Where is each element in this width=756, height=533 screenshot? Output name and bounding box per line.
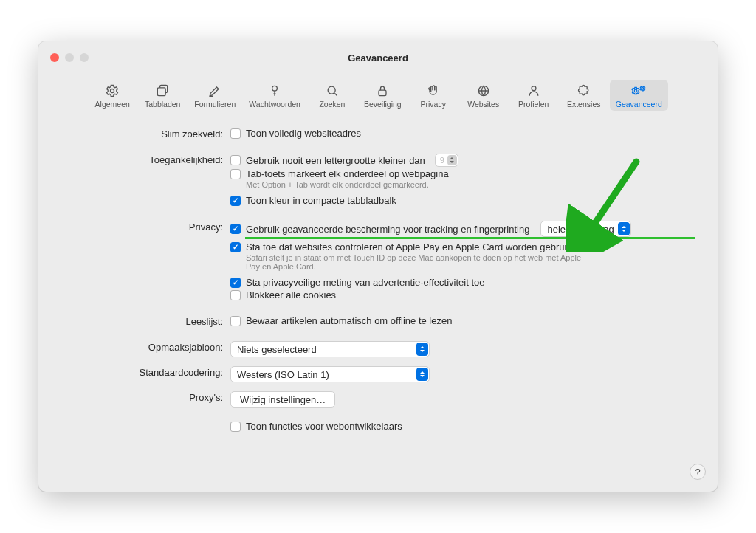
show-full-address-checkbox[interactable] <box>230 128 241 139</box>
allow-applepay-label: Sta toe dat websites controleren of Appl… <box>246 241 574 252</box>
toolbar-general[interactable]: Algemeen <box>88 80 137 111</box>
show-full-address-label: Toon volledig websiteadres <box>246 128 361 139</box>
stylesheet-select[interactable]: Niets geselecteerd <box>230 341 430 357</box>
toolbar-passwords[interactable]: Wachtwoorden <box>243 80 306 111</box>
font-size-select[interactable]: 9 <box>435 154 458 167</box>
save-offline-label: Bewaar artikelen automatisch om offline … <box>246 315 452 326</box>
globe-icon <box>476 83 491 99</box>
toolbar-label: Extensies <box>567 100 601 109</box>
window-title: Geavanceerd <box>348 52 408 63</box>
preferences-toolbar: Algemeen Tabbladen Formulieren Wachtwoor… <box>38 75 718 114</box>
toolbar-profiles[interactable]: Profielen <box>509 80 558 111</box>
allow-applepay-checkbox[interactable] <box>230 242 241 252</box>
label-encoding: Standaardcodering: <box>61 366 230 378</box>
toolbar-autofill[interactable]: Formulieren <box>188 80 241 111</box>
toolbar-label: Formulieren <box>194 100 236 109</box>
svg-point-6 <box>532 86 536 91</box>
stepper-icon <box>416 343 428 356</box>
tab-highlights-help: Met Option + Tab wordt elk onderdeel gem… <box>246 180 585 189</box>
annotation-underline <box>245 237 695 239</box>
titlebar: Geavanceerd <box>38 41 718 75</box>
svg-point-0 <box>111 89 114 93</box>
tracking-scope-select[interactable]: hele surfgedrag <box>540 221 630 237</box>
toolbar-websites[interactable]: Websites <box>459 80 508 111</box>
stepper-icon <box>618 222 630 235</box>
label-reading-list: Leeslijst: <box>61 315 230 327</box>
svg-rect-4 <box>379 90 386 96</box>
save-offline-checkbox[interactable] <box>230 316 241 326</box>
svg-rect-1 <box>158 88 166 96</box>
lock-icon <box>375 83 390 99</box>
svg-point-7 <box>634 89 637 92</box>
toolbar-label: Privacy <box>421 100 446 109</box>
gear-icon <box>105 83 120 99</box>
preferences-window: Geavanceerd Algemeen Tabbladen Formulier… <box>38 41 718 492</box>
gears-icon <box>630 83 647 99</box>
preferences-content: Slim zoekveld: Toon volledig websiteadre… <box>38 114 718 453</box>
show-tab-color-checkbox[interactable] <box>230 196 241 206</box>
toolbar-label: Zoeken <box>319 100 345 109</box>
applepay-help: Safari stelt je in staat om met Touch ID… <box>246 253 585 271</box>
font-size-value: 9 <box>440 156 444 165</box>
toolbar-label: Geavanceerd <box>616 100 662 109</box>
svg-point-2 <box>272 86 278 91</box>
never-smaller-checkbox[interactable] <box>230 155 241 165</box>
toolbar-label: Tabbladen <box>145 100 180 109</box>
ad-measure-label: Sta privacyveilige meting van advertenti… <box>246 277 484 288</box>
toolbar-label: Profielen <box>518 100 549 109</box>
svg-point-3 <box>328 86 335 94</box>
key-icon <box>267 83 282 99</box>
toolbar-privacy[interactable]: Privacy <box>409 80 458 111</box>
stylesheet-value: Niets geselecteerd <box>237 344 317 355</box>
never-smaller-label: Gebruik nooit een lettergrootte kleiner … <box>246 155 425 166</box>
label-stylesheet: Opmaaksjabloon: <box>61 341 230 353</box>
puzzle-icon <box>577 83 591 99</box>
label-smart-search: Slim zoekveld: <box>61 128 230 140</box>
traffic-lights <box>50 53 89 62</box>
toolbar-advanced[interactable]: Geavanceerd <box>610 80 668 111</box>
dev-menu-checkbox[interactable] <box>230 422 241 432</box>
person-icon <box>526 83 541 99</box>
ad-measure-checkbox[interactable] <box>230 278 241 288</box>
help-label: ? <box>695 467 700 478</box>
label-accessibility: Toegankelijkheid: <box>61 154 230 165</box>
encoding-select[interactable]: Westers (ISO Latin 1) <box>230 366 430 382</box>
pencil-icon <box>207 83 222 99</box>
minimize-button[interactable] <box>65 53 74 62</box>
show-tab-color-label: Toon kleur in compacte tabbladbalk <box>246 195 396 206</box>
svg-point-8 <box>642 88 644 89</box>
stepper-icon <box>416 368 428 381</box>
label-privacy: Privacy: <box>61 221 230 233</box>
help-button[interactable]: ? <box>690 464 706 480</box>
change-proxy-button[interactable]: Wijzig instellingen… <box>230 391 335 408</box>
zoom-button[interactable] <box>80 53 89 62</box>
label-proxies: Proxy's: <box>61 391 230 403</box>
search-icon <box>325 83 340 99</box>
hand-icon <box>426 83 441 99</box>
close-button[interactable] <box>50 53 59 62</box>
toolbar-security[interactable]: Beveiliging <box>358 80 408 111</box>
toolbar-tabs[interactable]: Tabbladen <box>138 80 187 111</box>
tab-highlights-checkbox[interactable] <box>230 169 241 179</box>
change-proxy-label: Wijzig instellingen… <box>240 394 326 405</box>
stepper-icon <box>447 155 457 165</box>
tabs-icon <box>155 83 170 99</box>
toolbar-extensions[interactable]: Extensies <box>560 80 608 111</box>
toolbar-label: Beveiliging <box>364 100 402 109</box>
advanced-tracking-label: Gebruik geavanceerde bescherming voor tr… <box>246 224 529 235</box>
tracking-scope-value: hele surfgedrag <box>547 224 614 235</box>
dev-menu-label: Toon functies voor webontwikkelaars <box>246 421 402 432</box>
block-cookies-checkbox[interactable] <box>230 290 241 300</box>
toolbar-search[interactable]: Zoeken <box>308 80 357 111</box>
toolbar-label: Websites <box>467 100 499 109</box>
toolbar-label: Algemeen <box>95 100 130 109</box>
advanced-tracking-checkbox[interactable] <box>230 224 241 234</box>
encoding-value: Westers (ISO Latin 1) <box>237 369 329 380</box>
block-cookies-label: Blokkeer alle cookies <box>246 289 336 300</box>
toolbar-label: Wachtwoorden <box>249 100 300 109</box>
tab-highlights-label: Tab-toets markeert elk onderdeel op webp… <box>246 168 449 179</box>
